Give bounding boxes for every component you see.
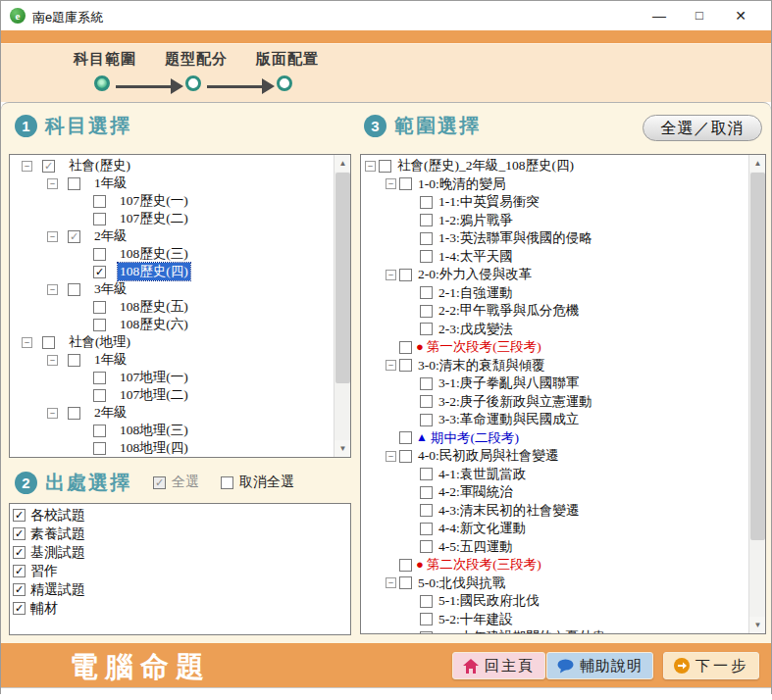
tree-checkbox[interactable] bbox=[399, 559, 412, 572]
tree-node[interactable]: −3-0:清末的衰頹與傾覆 bbox=[361, 357, 748, 375]
home-button[interactable]: 回主頁 bbox=[452, 652, 545, 679]
tree-checkbox[interactable] bbox=[93, 425, 106, 437]
tree-node[interactable]: 107地理(一) bbox=[10, 369, 334, 386]
maximize-button[interactable]: □ bbox=[689, 6, 710, 25]
tree-node[interactable]: 3-3:革命運動與民國成立 bbox=[361, 411, 748, 429]
deselect-all-checkbox[interactable]: 取消全選 bbox=[221, 474, 294, 491]
tree-node[interactable]: −✓社會(歷史) bbox=[10, 157, 334, 175]
source-item[interactable]: ✓基測試題 bbox=[13, 543, 350, 562]
scroll-up-icon[interactable]: ▲ bbox=[749, 155, 766, 172]
source-item[interactable]: ✓各校試題 bbox=[13, 506, 350, 525]
expand-collapse-icon[interactable]: − bbox=[47, 231, 58, 242]
tree-node[interactable]: −4-0:民初政局與社會變遷 bbox=[361, 447, 748, 466]
tree-checkbox[interactable] bbox=[420, 631, 433, 633]
tree-checkbox[interactable] bbox=[399, 576, 412, 589]
tree-node[interactable]: −5-0:北伐與抗戰 bbox=[361, 575, 748, 593]
scroll-thumb[interactable] bbox=[750, 173, 765, 540]
tree-checkbox[interactable]: ✓ bbox=[68, 230, 80, 243]
tree-checkbox[interactable] bbox=[68, 177, 80, 190]
expand-collapse-icon[interactable]: − bbox=[47, 355, 58, 366]
tree-node[interactable]: 5-3:十年建設期間的內憂外患 bbox=[361, 628, 748, 633]
tree-checkbox[interactable] bbox=[420, 232, 433, 245]
tree-node[interactable]: −3年級 bbox=[10, 280, 334, 298]
source-checkbox[interactable]: ✓ bbox=[13, 583, 26, 596]
tree-node[interactable]: 4-5:五四運動 bbox=[361, 538, 748, 557]
tree-checkbox[interactable] bbox=[93, 442, 106, 455]
scroll-down-icon[interactable]: ▼ bbox=[335, 440, 351, 457]
tree-checkbox[interactable] bbox=[420, 250, 433, 263]
tree-checkbox[interactable] bbox=[420, 395, 433, 408]
tree-node[interactable]: 107歷史(一) bbox=[10, 192, 334, 210]
expand-collapse-icon[interactable]: − bbox=[47, 178, 58, 189]
tree-checkbox[interactable] bbox=[399, 341, 412, 354]
tree-checkbox[interactable] bbox=[93, 213, 106, 225]
expand-collapse-icon[interactable]: − bbox=[386, 178, 396, 189]
source-checkbox[interactable]: ✓ bbox=[13, 565, 26, 577]
tree-checkbox[interactable] bbox=[420, 595, 433, 608]
tree-checkbox[interactable] bbox=[93, 301, 106, 314]
source-item[interactable]: ✓精選試題 bbox=[13, 580, 350, 599]
tree-checkbox[interactable] bbox=[420, 196, 433, 209]
tree-node[interactable]: 1-4:太平天國 bbox=[361, 248, 748, 267]
tree-checkbox[interactable] bbox=[420, 540, 433, 553]
tree-checkbox[interactable] bbox=[420, 414, 433, 426]
tree-node[interactable]: 3-1:庚子拳亂與八國聯軍 bbox=[361, 375, 748, 393]
tree-node[interactable]: 108歷史(三) bbox=[10, 245, 334, 263]
tree-checkbox[interactable] bbox=[420, 523, 433, 535]
close-button[interactable]: ✕ bbox=[730, 6, 751, 25]
tree-checkbox[interactable] bbox=[399, 177, 412, 190]
expand-collapse-icon[interactable]: − bbox=[22, 337, 32, 348]
tree-checkbox[interactable] bbox=[68, 283, 80, 296]
tree-checkbox[interactable] bbox=[420, 613, 433, 625]
tree-checkbox[interactable] bbox=[420, 504, 433, 517]
tree-node[interactable]: 108歷史(六) bbox=[10, 316, 334, 333]
range-tree-scrollbar[interactable]: ▲ ▼ bbox=[748, 155, 765, 633]
tree-node[interactable]: 4-3:清末民初的社會變遷 bbox=[361, 502, 748, 521]
checkbox-unchecked-icon[interactable] bbox=[221, 476, 233, 489]
help-button[interactable]: 輔助說明 bbox=[546, 652, 653, 679]
tree-node[interactable]: 5-2:十年建設 bbox=[361, 611, 748, 629]
tree-node[interactable]: 1-2:鴉片戰爭 bbox=[361, 212, 748, 230]
source-item[interactable]: ✓素養試題 bbox=[13, 525, 350, 543]
tree-node[interactable]: 4-4:新文化運動 bbox=[361, 520, 748, 538]
subject-tree-scrollbar[interactable]: ▲ ▼ bbox=[334, 155, 350, 457]
source-item[interactable]: ✓習作 bbox=[13, 562, 350, 580]
tree-checkbox[interactable] bbox=[68, 354, 80, 367]
expand-collapse-icon[interactable]: − bbox=[386, 360, 396, 371]
tree-node[interactable]: −1-0:晚清的變局 bbox=[361, 175, 748, 194]
tree-checkbox[interactable]: ✓ bbox=[93, 266, 106, 278]
source-checkbox[interactable]: ✓ bbox=[13, 602, 26, 615]
next-button[interactable]: 下一步 bbox=[663, 652, 759, 679]
tree-node[interactable]: −✓2年級 bbox=[10, 227, 334, 245]
tree-node[interactable]: 108歷史(五) bbox=[10, 298, 334, 316]
minimize-button[interactable]: — bbox=[648, 6, 670, 25]
step-question-allocation[interactable]: 題型配分 bbox=[149, 50, 243, 69]
tree-node[interactable]: ▲期中考(二段考) bbox=[361, 429, 748, 448]
tree-checkbox[interactable] bbox=[399, 431, 412, 444]
tree-node[interactable]: ✓108歷史(四) bbox=[10, 263, 334, 280]
expand-collapse-icon[interactable]: − bbox=[47, 284, 58, 295]
source-checkbox[interactable]: ✓ bbox=[13, 527, 26, 540]
tree-node[interactable]: −1年級 bbox=[10, 351, 334, 369]
tree-checkbox[interactable] bbox=[42, 336, 55, 349]
tree-node[interactable]: 108地理(四) bbox=[10, 439, 334, 457]
tree-node[interactable]: 4-2:軍閥統治 bbox=[361, 483, 748, 502]
checkbox-checked-icon[interactable]: ✓ bbox=[153, 476, 166, 489]
tree-checkbox[interactable] bbox=[420, 214, 433, 226]
tree-checkbox[interactable] bbox=[93, 319, 106, 331]
source-checkbox[interactable]: ✓ bbox=[13, 546, 26, 559]
tree-checkbox[interactable] bbox=[68, 407, 80, 420]
source-checkbox[interactable]: ✓ bbox=[13, 509, 26, 522]
expand-collapse-icon[interactable]: − bbox=[22, 161, 32, 172]
tree-checkbox[interactable] bbox=[420, 377, 433, 390]
tree-checkbox[interactable] bbox=[399, 359, 412, 372]
tree-node[interactable]: 2-1:自強運動 bbox=[361, 284, 748, 303]
tree-checkbox[interactable] bbox=[93, 372, 106, 384]
tree-node[interactable]: ●第二次段考(三段考) bbox=[361, 556, 748, 575]
tree-node[interactable]: −社會(歷史)_2年級_108歷史(四) bbox=[361, 157, 748, 175]
expand-collapse-icon[interactable]: − bbox=[386, 270, 396, 280]
expand-collapse-icon[interactable]: − bbox=[47, 408, 58, 419]
tree-checkbox[interactable] bbox=[420, 286, 433, 299]
tree-node[interactable]: −2-0:外力入侵與改革 bbox=[361, 266, 748, 284]
tree-node[interactable]: 108地理(三) bbox=[10, 422, 334, 439]
